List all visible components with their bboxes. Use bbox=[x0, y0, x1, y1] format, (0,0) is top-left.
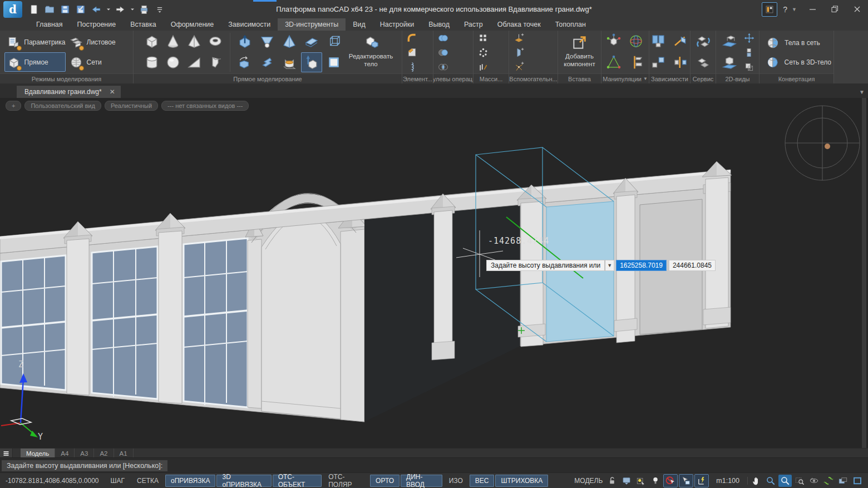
ribbon-group-label[interactable]: Сервис bbox=[691, 73, 716, 83]
view-stack[interactable] bbox=[742, 46, 757, 60]
solids-to-mesh-button[interactable]: Тела в сеть bbox=[762, 33, 831, 52]
document-tab[interactable]: Вдавливание грани.dwg* ✕ bbox=[17, 86, 121, 98]
sheet-list-icon[interactable] bbox=[0, 448, 13, 458]
status-toggle-ШАГ[interactable]: ШАГ bbox=[105, 475, 131, 487]
drawing-canvas[interactable]: +Пользовательский видРеалистичный--- нет… bbox=[0, 98, 868, 448]
menu-tab-Растр[interactable]: Растр bbox=[457, 18, 490, 31]
canvas-scrollbar[interactable] bbox=[862, 98, 866, 448]
status-toggle-3D оПРИВЯЗКА[interactable]: 3D оПРИВЯЗКА bbox=[216, 475, 271, 487]
isolate-objects-icon[interactable] bbox=[634, 475, 648, 487]
viewport-control-1[interactable]: Пользовательский вид bbox=[24, 101, 101, 111]
selection-off-icon[interactable] bbox=[663, 474, 678, 487]
primitive-shell[interactable] bbox=[205, 52, 226, 72]
new-file-button[interactable] bbox=[27, 2, 41, 17]
edit-body-button[interactable]: Редактировать тело bbox=[348, 31, 394, 73]
menu-tab-Вставка[interactable]: Вставка bbox=[123, 18, 163, 31]
undo-button[interactable] bbox=[89, 2, 103, 17]
sheet-tab-A1[interactable]: A1 bbox=[114, 448, 134, 458]
tab-list-dropdown-icon[interactable]: ▼ bbox=[859, 89, 865, 95]
status-toggle-ШТРИХОВКА[interactable]: ШТРИХОВКА bbox=[495, 475, 548, 487]
element-chamfer[interactable] bbox=[405, 46, 419, 60]
dynamic-input-second-field[interactable]: 244661.0845 bbox=[669, 260, 716, 271]
manip-align-3d[interactable] bbox=[625, 52, 647, 72]
menu-tab-3D-инструменты[interactable]: 3D-инструменты bbox=[278, 18, 346, 31]
help-dropdown-icon[interactable]: ▼ bbox=[791, 7, 801, 12]
sheet-tab-A2[interactable]: A2 bbox=[94, 448, 114, 458]
boolean-intersect[interactable] bbox=[436, 60, 450, 74]
ribbon-group-label[interactable]: Прямое моделирование bbox=[134, 73, 402, 83]
manip-scale-3d[interactable] bbox=[603, 52, 624, 72]
menu-tab-Вывод[interactable]: Вывод bbox=[421, 18, 457, 31]
menu-tab-Облака точек[interactable]: Облака точек bbox=[490, 18, 548, 31]
status-toggle-ВЕС[interactable]: ВЕС bbox=[470, 475, 495, 487]
dynamic-input-prompt[interactable]: Задайте высоту выдавливания или bbox=[486, 260, 605, 271]
manip-rotate-3d[interactable] bbox=[625, 31, 647, 51]
lamp-icon[interactable] bbox=[649, 475, 662, 487]
layouts-icon[interactable] bbox=[836, 475, 850, 487]
command-line[interactable]: Задайте высоту выдавливания или [Несколь… bbox=[0, 457, 868, 473]
aux-plane-vertical[interactable] bbox=[511, 46, 526, 60]
menu-tab-Настройки[interactable]: Настройки bbox=[373, 18, 421, 31]
orbit-icon[interactable] bbox=[807, 475, 821, 487]
primitive-wedge[interactable] bbox=[184, 52, 205, 72]
tool-revolve[interactable] bbox=[234, 52, 255, 72]
add-component-button[interactable]: Добавить компонент bbox=[560, 31, 599, 73]
ribbon-group-label[interactable]: Зависимости bbox=[649, 73, 690, 83]
manip-move-3d[interactable] bbox=[603, 31, 624, 51]
open-button[interactable] bbox=[42, 2, 57, 17]
menu-tab-Зависимости[interactable]: Зависимости bbox=[221, 18, 278, 31]
view-move[interactable] bbox=[742, 31, 757, 45]
print-button[interactable] bbox=[137, 2, 151, 17]
ribbon-group-label[interactable]: Вставка bbox=[558, 73, 601, 83]
zoom-icon[interactable] bbox=[764, 475, 777, 487]
viewport-control-2[interactable]: Реалистичный bbox=[105, 101, 158, 111]
ribbon-group-label[interactable]: Режимы моделирования bbox=[0, 73, 133, 83]
menu-tab-Главная[interactable]: Главная bbox=[29, 18, 70, 31]
interface-settings-icon[interactable] bbox=[762, 2, 777, 17]
boolean-union[interactable] bbox=[436, 31, 450, 45]
menu-tab-Оформление[interactable]: Оформление bbox=[164, 18, 221, 31]
menu-tab-Топоплан[interactable]: Топоплан bbox=[548, 18, 593, 31]
mesh-mode-button[interactable]: Сети bbox=[67, 52, 128, 72]
ribbon-group-label[interactable]: Элемент... bbox=[402, 73, 433, 83]
tool-slab[interactable] bbox=[301, 31, 322, 51]
primitive-box[interactable] bbox=[141, 31, 162, 51]
primitive-pyramid[interactable] bbox=[184, 31, 205, 51]
array-rectangular[interactable] bbox=[476, 31, 490, 45]
array-circular[interactable] bbox=[476, 46, 490, 60]
model-space-label[interactable]: МОДЕЛЬ bbox=[574, 477, 603, 485]
dynamic-ucs-icon[interactable] bbox=[694, 474, 709, 487]
ribbon-group-label[interactable]: Булевы операц... bbox=[433, 73, 473, 83]
menu-tab-Вид[interactable]: Вид bbox=[346, 18, 373, 31]
viewport-control-3[interactable]: --- нет связанных видов --- bbox=[161, 101, 249, 111]
redo-history-button[interactable] bbox=[129, 2, 136, 17]
ribbon-group-label[interactable]: 2D-виды bbox=[716, 73, 759, 83]
view-section[interactable] bbox=[719, 53, 740, 73]
fullscreen-icon[interactable] bbox=[851, 475, 864, 487]
array-path[interactable] bbox=[476, 60, 490, 74]
qat-customize-button[interactable] bbox=[152, 2, 167, 17]
regen-icon[interactable] bbox=[822, 475, 835, 487]
tool-rectangle[interactable] bbox=[323, 52, 344, 72]
dynamic-input-dropdown-icon[interactable]: ▼ bbox=[605, 260, 614, 271]
sheet-tab-Модель[interactable]: Модель bbox=[21, 448, 55, 458]
annotation-lock-icon[interactable] bbox=[605, 475, 619, 487]
status-toggle-оПРИВЯЗКА[interactable]: оПРИВЯЗКА bbox=[165, 475, 215, 487]
constraint-fix[interactable] bbox=[648, 52, 669, 72]
status-toggle-ИЗО[interactable]: ИЗО bbox=[443, 475, 468, 487]
tool-wire-box[interactable] bbox=[323, 31, 344, 51]
ribbon-group-label[interactable]: Конвертация bbox=[760, 73, 834, 83]
constraint-symmetry[interactable] bbox=[670, 52, 691, 72]
mesh-to-solid-button[interactable]: Сеть в 3D-тело bbox=[762, 53, 831, 72]
aux-point[interactable] bbox=[511, 60, 526, 74]
selection-preview-icon[interactable] bbox=[679, 474, 693, 487]
status-toggle-ОТС-ПОЛЯР[interactable]: ОТС-ПОЛЯР bbox=[323, 475, 369, 487]
pan-icon[interactable] bbox=[749, 475, 763, 487]
service-solids[interactable] bbox=[693, 53, 714, 73]
element-spiral[interactable] bbox=[405, 60, 419, 74]
minimize-button[interactable] bbox=[801, 0, 823, 18]
view-hatch[interactable] bbox=[742, 60, 757, 74]
status-toggle-ОТС-ОБЪЕКТ[interactable]: ОТС-ОБЪЕКТ bbox=[273, 475, 322, 487]
sheet-tab-A4[interactable]: A4 bbox=[55, 448, 75, 458]
undo-history-button[interactable] bbox=[105, 2, 112, 17]
